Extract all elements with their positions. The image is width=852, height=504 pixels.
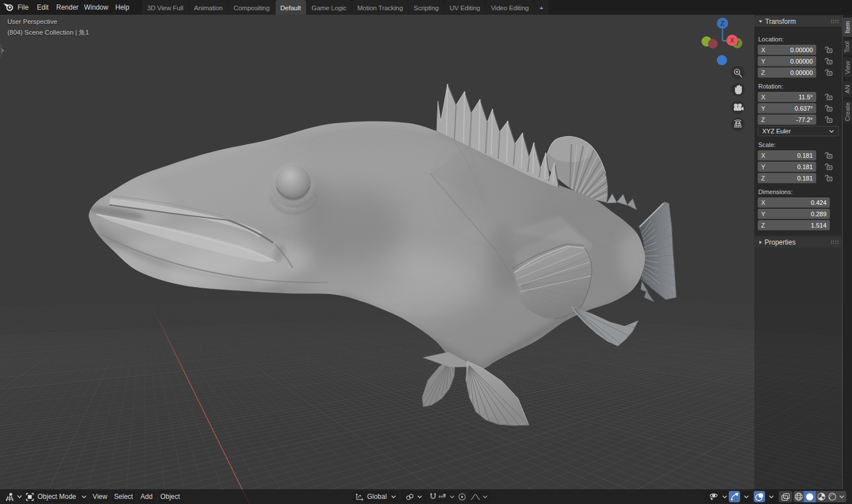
svg-text:Z: Z	[721, 20, 725, 27]
svg-text:X: X	[730, 37, 734, 44]
